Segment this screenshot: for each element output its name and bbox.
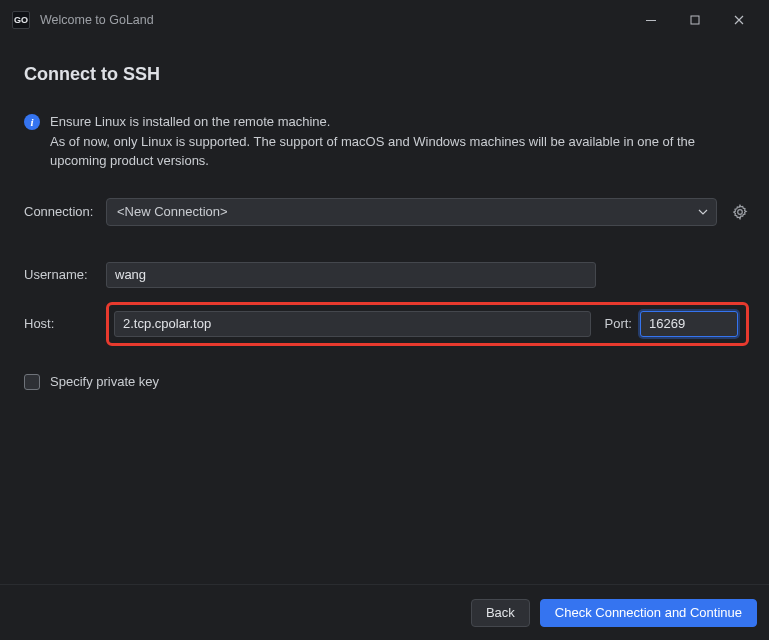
info-icon: i (24, 114, 40, 130)
titlebar: GO Welcome to GoLand (0, 0, 769, 40)
minimize-button[interactable] (629, 0, 673, 40)
private-key-row: Specify private key (24, 374, 749, 390)
app-icon: GO (12, 11, 30, 29)
bottom-bar: Back Check Connection and Continue (0, 584, 769, 640)
maximize-button[interactable] (673, 0, 717, 40)
port-label: Port: (605, 316, 632, 331)
close-button[interactable] (717, 0, 761, 40)
host-port-highlight: Port: (106, 302, 749, 346)
content-area: Connect to SSH i Ensure Linux is install… (0, 40, 769, 584)
specify-private-key-checkbox[interactable] (24, 374, 40, 390)
info-text: Ensure Linux is installed on the remote … (50, 113, 749, 172)
page-title: Connect to SSH (24, 64, 749, 85)
chevron-down-icon (698, 209, 708, 215)
connection-label: Connection: (24, 204, 106, 219)
username-label: Username: (24, 267, 106, 282)
back-button[interactable]: Back (471, 599, 530, 627)
info-line1: Ensure Linux is installed on the remote … (50, 113, 749, 132)
svg-rect-0 (646, 20, 656, 21)
gear-icon (732, 204, 748, 220)
connection-select[interactable]: <New Connection> (106, 198, 717, 226)
username-input[interactable] (106, 262, 596, 288)
port-input[interactable] (640, 311, 738, 337)
settings-button[interactable] (731, 203, 749, 221)
specify-private-key-label: Specify private key (50, 374, 159, 389)
host-label: Host: (24, 316, 106, 331)
host-row: Host: Port: (24, 302, 749, 346)
username-row: Username: (24, 262, 749, 288)
titlebar-title: Welcome to GoLand (40, 13, 154, 27)
connection-value: <New Connection> (117, 204, 228, 219)
svg-rect-1 (691, 16, 699, 24)
host-input[interactable] (114, 311, 591, 337)
info-banner: i Ensure Linux is installed on the remot… (24, 113, 749, 172)
continue-button[interactable]: Check Connection and Continue (540, 599, 757, 627)
info-line2: As of now, only Linux is supported. The … (50, 133, 749, 171)
connection-row: Connection: <New Connection> (24, 198, 749, 226)
window-controls (629, 0, 761, 40)
